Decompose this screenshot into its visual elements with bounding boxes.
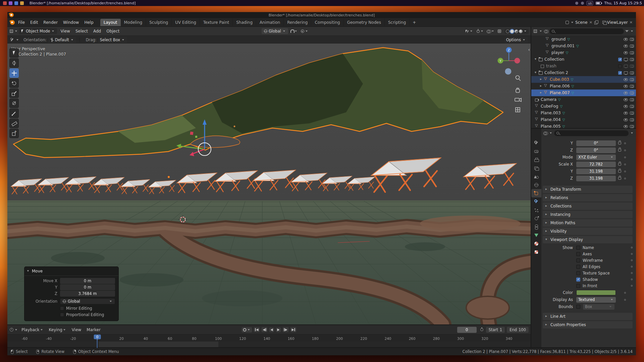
hide-eye-icon[interactable] [624,125,628,128]
tray-icon[interactable] [575,2,578,5]
render-visibility-icon[interactable] [630,112,634,115]
shading-wireframe-button[interactable] [506,29,509,33]
render-visibility-icon[interactable] [630,118,634,121]
properties-section-header[interactable]: Relations [543,194,633,201]
checkbox[interactable] [576,278,580,282]
shading-rendered-button[interactable] [519,29,523,33]
options-dropdown[interactable]: Options [504,37,528,43]
rotation-value-field[interactable]: 0° [576,147,616,153]
object-name[interactable]: Plane.003 [541,111,561,115]
properties-section-header[interactable]: Custom Properties [543,321,633,328]
editor-type-icon[interactable] [543,131,547,135]
render-visibility-icon[interactable] [630,98,634,101]
properties-section-header[interactable]: Visibility [543,228,633,235]
checkbox[interactable] [576,284,580,288]
show-overlays-toggle[interactable] [486,28,496,34]
next-keyframe-button[interactable] [283,327,289,332]
tab-particles[interactable] [531,206,541,214]
frame-end-field[interactable]: End100 [507,327,529,333]
tab-object[interactable] [531,189,541,197]
outliner-row[interactable]: ground ▽ [531,36,636,43]
snap-toggle[interactable] [289,28,299,34]
properties-search-input[interactable] [554,130,629,136]
bounds-type-dropdown[interactable]: Box [583,304,614,310]
rotation-mode-dropdown[interactable]: XYZ Euler [576,155,616,160]
hide-eye-icon[interactable] [624,105,628,108]
tab-modifiers[interactable] [531,197,541,206]
expand-icon[interactable] [540,85,543,88]
workspace-tab[interactable]: Animation [256,19,284,26]
render-visibility-icon[interactable] [630,38,634,41]
tool-add-cube[interactable] [9,129,19,138]
properties-section-header[interactable]: Instancing [543,211,633,218]
checkbox[interactable] [576,265,580,269]
properties-section-header[interactable]: Collections [543,202,633,210]
animate-dot[interactable] [624,164,626,165]
render-visibility-icon[interactable] [630,51,634,54]
animate-dot[interactable] [631,266,633,267]
workspace-tab[interactable]: Compositing [311,19,343,26]
add-workspace-button[interactable]: + [410,19,418,26]
scale-value-field[interactable]: 31.198 [576,169,616,174]
outliner-row[interactable]: Plane.004 ▽ [531,116,636,123]
jump-to-end-button[interactable] [290,327,297,332]
animate-dot[interactable] [631,247,633,248]
clock[interactable]: Thu, 15 Aug 15:29:5 [604,1,642,5]
os-window-indicator-icon[interactable] [9,1,12,5]
outliner-row[interactable]: trash [531,63,636,69]
object-name[interactable]: Plane.007 [550,90,570,95]
tool-annotate[interactable] [9,109,19,118]
sidebar-collapse-arrow[interactable]: ‹ [528,47,530,52]
show-gizmo-toggle[interactable] [475,28,485,34]
orientation-dropdown[interactable]: Default [48,37,76,43]
tool-move[interactable] [9,68,19,78]
checkbox[interactable] [576,246,580,250]
hide-eye-icon[interactable] [624,85,628,88]
outliner-row[interactable]: Collection 2 [531,69,636,76]
tab-render[interactable] [531,147,541,156]
hide-eye-icon[interactable] [624,38,628,41]
animate-dot[interactable] [624,149,626,151]
play-button[interactable] [276,327,281,332]
active-tool-icon[interactable] [10,38,14,42]
expand-icon[interactable] [540,92,543,95]
scale-value-field[interactable]: 72.782 [576,162,616,167]
animate-dot[interactable] [631,259,633,261]
render-visibility-icon[interactable] [630,65,634,68]
display-as-dropdown[interactable]: Textured [576,297,616,303]
rotation-value-field[interactable]: 0° [576,140,616,146]
workspace-tab[interactable]: Layout [100,19,121,26]
os-window-indicator-icon[interactable] [3,1,7,5]
render-visibility-icon[interactable] [630,78,634,81]
expand-icon[interactable] [540,78,543,81]
object-name[interactable]: Plane.006 [550,84,570,88]
properties-section-header[interactable]: Line Art [543,313,633,320]
timeline-menu-item[interactable]: Keying [46,326,69,333]
animate-dot[interactable] [631,279,633,280]
render-visibility-icon[interactable] [630,45,634,48]
tool-transform[interactable] [9,99,19,108]
tab-physics[interactable] [531,214,541,223]
transform-orientation-dropdown[interactable]: Global [262,28,288,34]
workspace-tab[interactable]: Shading [233,19,256,26]
hide-eye-icon[interactable] [624,51,628,54]
properties-section-header[interactable]: Motion Paths [543,219,633,227]
viewport-visibility-icon[interactable] [624,58,628,61]
workspace-tab[interactable]: Texture Paint [200,19,233,26]
tab-scene[interactable] [531,172,541,181]
move-value-field[interactable]: 0 m [60,278,115,284]
hide-eye-icon[interactable] [624,78,628,81]
tool-3d-cursor[interactable] [9,58,19,68]
animate-dot[interactable] [631,272,633,274]
render-visibility-icon[interactable] [630,58,634,61]
timeline-menu-item[interactable]: View [69,326,84,333]
checkbox[interactable] [576,258,580,262]
tab-world[interactable] [531,181,541,189]
viewport-menu-item[interactable]: Add [91,28,104,35]
hide-eye-icon[interactable] [624,45,628,48]
outliner-row[interactable]: CubeFog ▽ [531,103,636,110]
bounds-checkbox[interactable] [576,305,580,309]
scale-value-field[interactable]: 31.198 [576,176,616,181]
lock-icon[interactable] [618,149,621,152]
object-name[interactable]: Plane.005 [541,124,561,128]
